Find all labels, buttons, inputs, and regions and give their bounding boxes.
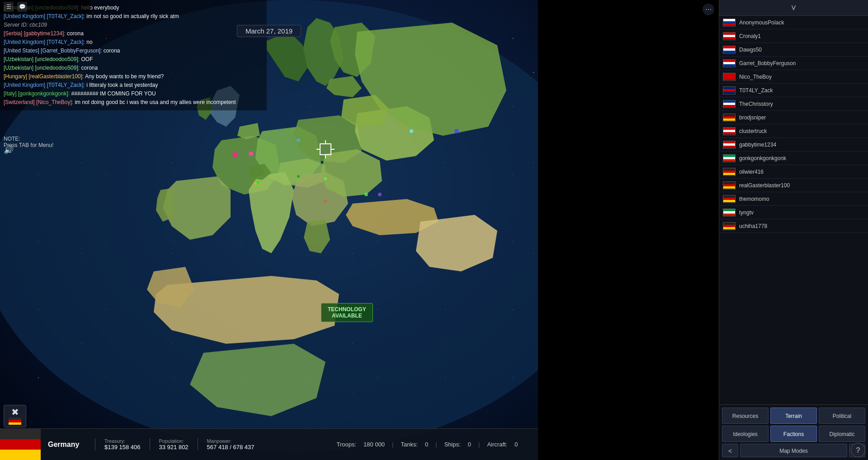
player-item[interactable]: Cronaly1 bbox=[719, 29, 868, 43]
chat-line: [Serbia] [gabbytime1234]: corona bbox=[4, 29, 263, 38]
player-name: clustertruck bbox=[739, 128, 767, 134]
manpower-label: Manpower: bbox=[207, 438, 255, 444]
tech-line2: AVAILABLE bbox=[328, 313, 366, 319]
player-name: tyngtv bbox=[739, 209, 754, 216]
svg-point-6 bbox=[249, 152, 253, 156]
player-flag bbox=[723, 46, 736, 54]
troops-value: 180 000 bbox=[363, 441, 385, 448]
svg-point-14 bbox=[324, 200, 327, 203]
svg-point-15 bbox=[256, 181, 259, 184]
map-area[interactable]: [Uzbekistan] [uncledoodoo509]: hello eve… bbox=[0, 0, 538, 460]
player-list: AnonymousPolack Cronaly1 Dawgs50 Garret_… bbox=[719, 16, 868, 404]
player-item[interactable]: tyngtv bbox=[719, 206, 868, 219]
troops-label: Troops: bbox=[337, 441, 357, 448]
player-flag bbox=[723, 127, 736, 135]
help-button[interactable]: ? bbox=[851, 443, 865, 457]
player-flag bbox=[723, 86, 736, 95]
player-flag bbox=[723, 154, 736, 162]
player-name: realGasterblaster100 bbox=[739, 182, 790, 189]
manpower-value: 567 418 / 678 437 bbox=[207, 444, 255, 451]
svg-point-9 bbox=[454, 129, 459, 133]
player-list-title: V bbox=[792, 4, 796, 11]
player-item[interactable]: gabbytime1234 bbox=[719, 138, 868, 152]
country-name: Germany bbox=[41, 441, 95, 449]
player-item[interactable]: Nico_TheBoy bbox=[719, 70, 868, 84]
player-flag bbox=[723, 222, 736, 230]
tanks-value: 0 bbox=[425, 441, 428, 448]
menu-icon[interactable]: ☰ bbox=[4, 2, 14, 12]
player-flag bbox=[723, 32, 736, 40]
map-mode-prev-button[interactable]: < bbox=[722, 444, 738, 457]
treasury-stat: Treasury: $139 158 406 bbox=[95, 438, 150, 451]
svg-point-10 bbox=[410, 129, 413, 133]
aircraft-label: Aircraft: bbox=[487, 441, 507, 448]
more-options-button[interactable]: ⋯ bbox=[703, 4, 714, 15]
population-stat: Population: 33 921 802 bbox=[150, 438, 198, 451]
player-item[interactable]: realGasterblaster100 bbox=[719, 179, 868, 192]
flag-stripe-black bbox=[0, 429, 41, 439]
chat-line: Server ID: cbc109 bbox=[4, 21, 263, 29]
player-item[interactable]: AnonymousPolack bbox=[719, 16, 868, 29]
population-value: 33 921 802 bbox=[159, 444, 189, 451]
svg-point-13 bbox=[378, 193, 382, 196]
player-flag bbox=[723, 73, 736, 81]
tech-available-badge[interactable]: TECHNOLOGY AVAILABLE bbox=[321, 303, 373, 322]
player-item[interactable]: uchiha1778 bbox=[719, 219, 868, 233]
player-item[interactable]: Garret_BobbyFerguson bbox=[719, 57, 868, 70]
military-stats-panel: Troops: 180 000 | Tanks: 0 | Ships: 0 | … bbox=[316, 428, 538, 460]
player-flag bbox=[723, 141, 736, 149]
player-item[interactable]: TheChrisstory bbox=[719, 97, 868, 111]
player-name: TheChrisstory bbox=[739, 101, 773, 107]
svg-point-11 bbox=[364, 193, 368, 196]
map-mode-factions[interactable]: Factions bbox=[770, 426, 817, 442]
chat-icon[interactable]: 💬 bbox=[17, 2, 27, 12]
map-mode-row-2: Ideologies Factions Diplomatic bbox=[722, 426, 865, 442]
map-mode-resources[interactable]: Resources bbox=[722, 408, 769, 424]
ships-value: 0 bbox=[468, 441, 471, 448]
player-name: Dawgs50 bbox=[739, 47, 762, 53]
sound-icon[interactable]: 🔊 bbox=[4, 145, 14, 155]
player-flag bbox=[723, 168, 736, 176]
country-stats: Treasury: $139 158 406 Population: 33 92… bbox=[95, 438, 316, 451]
chat-line: [Italy] [gonkgonkgonkgonk]: ######### IM… bbox=[4, 90, 263, 98]
map-mode-political[interactable]: Political bbox=[819, 408, 865, 424]
map-mode-row-1: Resources Terrain Political bbox=[722, 408, 865, 424]
top-bar: ☰ 💬 bbox=[0, 0, 90, 14]
map-mode-diplomatic[interactable]: Diplomatic bbox=[819, 426, 865, 442]
player-name: gonkgonkgonkgonk bbox=[739, 155, 786, 161]
player-item[interactable]: gonkgonkgonkgonk bbox=[719, 152, 868, 165]
chat-line: [United States] [Garret_BobbyFerguson]: … bbox=[4, 47, 263, 55]
player-name: AnonymousPolack bbox=[739, 19, 784, 26]
ships-label: Ships: bbox=[444, 441, 461, 448]
player-list-header: V bbox=[719, 0, 868, 16]
player-item[interactable]: Dawgs50 bbox=[719, 43, 868, 57]
map-modes-label[interactable]: Map Modes bbox=[740, 444, 847, 457]
tools-flag bbox=[9, 417, 21, 425]
country-info-panel: Germany Treasury: $139 158 406 Populatio… bbox=[0, 428, 316, 460]
player-item[interactable]: clustertruck bbox=[719, 124, 868, 138]
player-item[interactable]: oliwier416 bbox=[719, 165, 868, 179]
map-mode-ideologies[interactable]: Ideologies bbox=[722, 426, 769, 442]
player-item[interactable]: brodjsniper bbox=[719, 111, 868, 124]
treasury-value: $139 158 406 bbox=[104, 444, 141, 451]
tanks-label: Tanks: bbox=[401, 441, 418, 448]
chat-line: [Switzerland] [Nico_TheBoy]: im not doin… bbox=[4, 98, 263, 106]
map-mode-terrain[interactable]: Terrain bbox=[770, 408, 817, 424]
svg-point-17 bbox=[324, 177, 327, 180]
flag-stripe-gold bbox=[0, 450, 41, 460]
chat-line: [Uzbekistan] [uncledoodoo509]: OOF bbox=[4, 55, 263, 63]
population-label: Population: bbox=[159, 438, 189, 444]
chat-line: [United Kingdom] [T0T4LY_Zack]: no bbox=[4, 38, 263, 46]
chat-line: [Hungary] [realGasterblaster100]: Any bo… bbox=[4, 72, 263, 81]
player-item[interactable]: themomomo bbox=[719, 192, 868, 206]
player-flag bbox=[723, 59, 736, 67]
player-scroll[interactable]: AnonymousPolack Cronaly1 Dawgs50 Garret_… bbox=[719, 16, 868, 404]
chat-panel: [Uzbekistan] [uncledoodoo509]: hello eve… bbox=[0, 0, 267, 110]
player-name: themomomo bbox=[739, 196, 769, 202]
manpower-stat: Manpower: 567 418 / 678 437 bbox=[198, 438, 264, 451]
country-tools-icon[interactable]: ✖ bbox=[4, 405, 26, 427]
flag-stripe-red bbox=[0, 439, 41, 450]
player-item[interactable]: T0T4LY_Zack bbox=[719, 84, 868, 97]
aircraft-value: 0 bbox=[514, 441, 518, 448]
date-display: March 27, 2019 bbox=[237, 25, 301, 37]
